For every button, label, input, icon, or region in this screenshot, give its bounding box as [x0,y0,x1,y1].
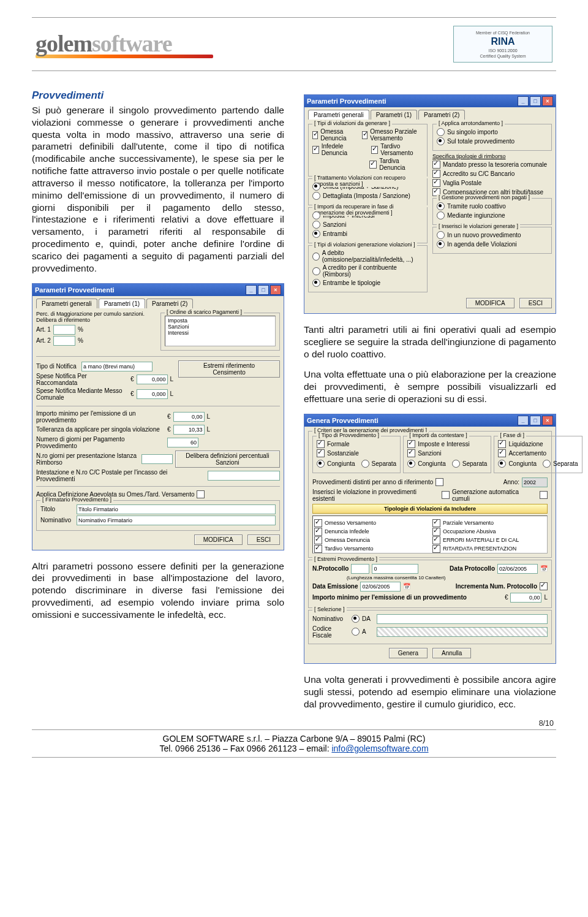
intestazione-input[interactable] [208,471,280,481]
checkbox[interactable] [432,170,440,178]
importo-min-input[interactable] [173,412,205,422]
radio[interactable] [352,615,360,623]
minimize-icon[interactable]: _ [246,285,257,295]
certification-badge: Member of CISQ Federation RINA ISO 9001:… [453,26,552,63]
checkbox[interactable] [362,131,368,139]
radio[interactable] [312,267,320,275]
nprot-input[interactable] [372,564,418,574]
tolleranza-input[interactable] [173,425,205,435]
label: Generazione automatica cumuli [452,489,537,502]
label: Sanzioni [418,450,441,457]
radio[interactable] [543,460,551,468]
radio[interactable] [437,231,445,239]
close-icon[interactable]: × [542,416,553,425]
list-item: Interessi [168,330,273,336]
checkbox[interactable] [540,582,548,590]
radio[interactable] [312,192,320,200]
data-prot-input[interactable] [497,564,538,574]
checkbox[interactable] [498,449,506,457]
checkbox[interactable] [369,161,377,169]
tipo-notifica-input[interactable] [81,362,153,371]
checkbox[interactable] [317,440,325,448]
minimize-icon[interactable]: _ [518,96,529,106]
radio[interactable] [407,460,415,468]
radio[interactable] [312,279,320,287]
label: Art. 2 [36,337,51,344]
checkbox[interactable] [317,449,325,457]
close-icon[interactable]: × [542,96,553,106]
da-input[interactable] [377,614,548,624]
checkbox[interactable] [442,491,450,499]
tipologie-list[interactable]: Omesso Versamento Denuncia Infedele Omes… [312,516,548,554]
checkbox[interactable] [432,179,440,187]
art1-input[interactable] [53,325,75,335]
estremi-button[interactable]: Estremi riferimento Censimento [178,360,280,378]
modifica-button[interactable]: MODIFICA [466,298,514,308]
tab[interactable]: Parametri (1) [99,299,145,308]
spese-racc-input[interactable] [137,375,168,384]
tab[interactable]: Parametri (2) [418,110,465,120]
radio[interactable] [312,211,320,219]
calendar-icon[interactable]: 📅 [540,565,548,572]
applica-checkbox[interactable] [197,490,205,498]
radio[interactable] [312,230,320,238]
checkbox[interactable] [312,131,318,139]
radio[interactable] [312,253,320,261]
modifica-button[interactable]: MODIFICA [194,535,243,545]
radio[interactable] [437,211,445,219]
minimize-icon[interactable]: _ [518,416,529,425]
tab[interactable]: Parametri (2) [146,299,193,308]
spese-messo-input[interactable] [137,389,168,399]
checkbox[interactable] [432,545,440,553]
checkbox[interactable] [498,440,506,448]
giorni-rimb-input[interactable] [141,454,173,464]
giorni-pag-input[interactable] [167,438,198,447]
impmin-input[interactable] [510,593,541,603]
esci-button[interactable]: ESCI [519,298,552,308]
delibera-button[interactable]: Delibera definizioni percentuali Sanzion… [175,451,280,468]
checkbox[interactable] [432,161,440,169]
maximize-icon[interactable]: □ [530,416,541,425]
art2-input[interactable] [53,336,75,346]
radio[interactable] [361,460,369,468]
radio[interactable] [317,460,325,468]
checkbox[interactable] [371,146,378,154]
a-input[interactable] [377,627,548,637]
maximize-icon[interactable]: □ [258,285,269,295]
checkbox[interactable] [435,478,443,486]
data-emis-input[interactable] [360,582,401,592]
checkbox[interactable] [407,440,415,448]
radio[interactable] [437,240,445,248]
checkbox[interactable] [407,449,415,457]
radio[interactable] [437,202,445,210]
label: Data Protocollo [450,565,495,572]
dialog-titlebar: Genera Provvedimenti _ □ × [304,414,556,427]
radio[interactable] [498,460,506,468]
close-icon[interactable]: × [270,285,281,295]
tab[interactable]: Parametri generali [308,110,369,120]
ordine-scarico-list[interactable]: Imposta Sanzioni Interessi [165,316,276,346]
radio[interactable] [312,183,320,191]
titolo-firm-input[interactable] [77,504,276,514]
radio[interactable] [452,460,460,468]
nominativo-firm-input[interactable] [77,516,276,525]
anno-input[interactable] [522,478,548,487]
maximize-icon[interactable]: □ [530,96,541,106]
radio[interactable] [312,221,320,229]
radio[interactable] [352,628,360,636]
checkbox[interactable] [540,491,548,499]
checkbox[interactable] [314,545,322,553]
radio[interactable] [437,137,445,145]
esci-button[interactable]: ESCI [247,535,280,545]
label: Provvedimenti distinti per anno di rifer… [312,479,433,485]
nprot-prefix[interactable] [351,564,369,574]
annulla-button[interactable]: Annulla [432,648,471,658]
genera-button[interactable]: Genera [389,648,428,658]
tab[interactable]: Parametri (1) [371,110,417,120]
footer-email-link[interactable]: info@golemsoftware.com [331,744,428,753]
checkbox[interactable] [312,146,319,154]
radio[interactable] [437,128,445,136]
tab[interactable]: Parametri generali [36,299,97,308]
calendar-icon[interactable]: 📅 [403,583,410,590]
logo: golemsoftware [36,30,213,57]
